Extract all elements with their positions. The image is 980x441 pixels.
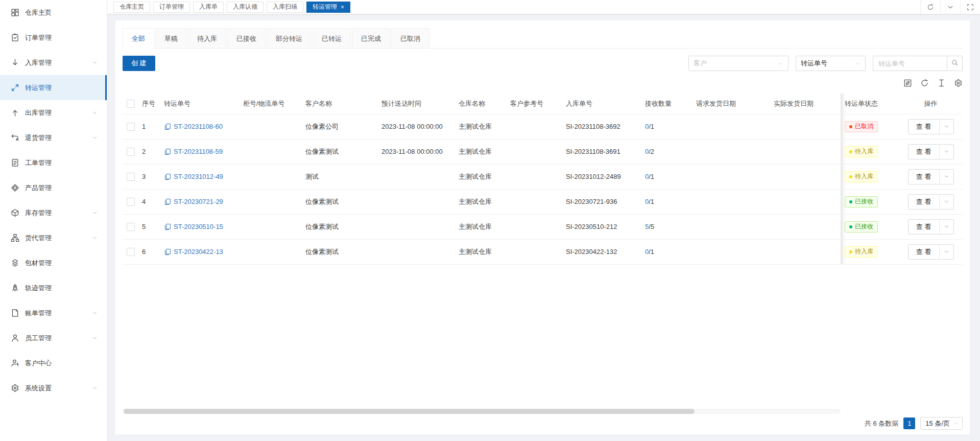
sidebar-item-仓库主页[interactable]: 仓库主页 (0, 0, 107, 25)
sidebar-item-账单管理[interactable]: 账单管理 (0, 300, 107, 326)
row-action-group: 查 看 (903, 244, 959, 260)
status-tab-已取消[interactable]: 已取消 (391, 28, 429, 49)
status-tab-已转运[interactable]: 已转运 (313, 28, 351, 49)
sidebar-item-订单管理[interactable]: 订单管理 (0, 25, 107, 50)
topbar-tab-订单管理[interactable]: 订单管理 (153, 2, 190, 13)
transfer-order-link[interactable]: ST-20231108-60 (164, 123, 235, 130)
status-badge: 待入库 (845, 146, 878, 157)
column-header-eta: 预计送达时间 (377, 94, 455, 114)
status-filter-tabs: 全部草稿待入库已接收部分转运已转运已完成已取消 (123, 28, 963, 49)
row-actions-dropdown-button[interactable] (939, 194, 954, 210)
sidebar-item-客户中心[interactable]: 客户中心 (0, 351, 107, 376)
cell-eta (377, 164, 455, 189)
column-header-warehouse: 仓库名称 (455, 94, 506, 114)
row-checkbox[interactable] (127, 223, 135, 231)
sidebar-item-label: 轨迹管理 (25, 284, 98, 293)
status-tab-已完成[interactable]: 已完成 (352, 28, 390, 49)
horizontal-scrollbar[interactable] (123, 409, 841, 414)
cell-received-qty: 5/5 (641, 214, 692, 239)
sidebar-item-工单管理[interactable]: 工单管理 (0, 150, 107, 175)
status-tab-已接收[interactable]: 已接收 (227, 28, 266, 49)
cell-transfer-no: ST-20231012-49 (160, 164, 239, 189)
refresh-icon[interactable] (920, 79, 929, 87)
transfer-order-link[interactable]: ST-20230422-13 (164, 248, 235, 256)
row-actions-dropdown-button[interactable] (939, 219, 954, 235)
row-checkbox[interactable] (127, 248, 135, 256)
sidebar-item-员工管理[interactable]: 员工管理 (0, 326, 107, 351)
sidebar-item-退货管理[interactable]: 退货管理 (0, 125, 107, 150)
row-checkbox-cell (123, 214, 138, 239)
row-actions-dropdown-button[interactable] (939, 244, 954, 260)
chevron-down-icon (92, 335, 98, 341)
search-button[interactable] (947, 56, 963, 71)
view-button[interactable]: 查 看 (908, 144, 940, 159)
row-actions-dropdown-button[interactable] (939, 144, 954, 159)
transfer-order-link[interactable]: ST-20231108-59 (164, 148, 235, 155)
column-header-container_no: 柜号/物流单号 (239, 94, 301, 114)
content-area: 全部草稿待入库已接收部分转运已转运已完成已取消 创 建 客户 转运单号 (107, 14, 980, 441)
view-button[interactable]: 查 看 (908, 244, 940, 260)
pagination-total: 共 6 条数据 (865, 419, 898, 428)
view-button[interactable]: 查 看 (908, 219, 940, 235)
sidebar-item-产品管理[interactable]: 产品管理 (0, 175, 107, 200)
row-height-icon[interactable] (937, 79, 946, 87)
cell-request-ship-date (692, 139, 770, 164)
sidebar-item-入库管理[interactable]: 入库管理 (0, 50, 107, 75)
topbar-tab-仓库主页[interactable]: 仓库主页 (113, 2, 150, 13)
sidebar-item-label: 订单管理 (25, 33, 98, 42)
create-button[interactable]: 创 建 (123, 56, 155, 71)
row-action-group: 查 看 (903, 119, 959, 134)
tracking-icon (11, 284, 19, 292)
cell-warehouse: 主测试仓库 (455, 214, 506, 239)
copy-icon (164, 148, 171, 155)
refresh-icon[interactable] (920, 0, 940, 14)
topbar-tab-入库单[interactable]: 入库单 (193, 2, 224, 13)
sidebar-item-label: 包材管理 (25, 259, 98, 268)
view-button[interactable]: 查 看 (908, 194, 940, 210)
sidebar-item-包材管理[interactable]: 包材管理 (0, 250, 107, 275)
transfer-order-link[interactable]: ST-20230510-15 (164, 223, 235, 230)
sidebar-item-系统设置[interactable]: 系统设置 (0, 376, 107, 401)
search-field-select[interactable]: 转运单号 (796, 56, 866, 71)
select-all-checkbox[interactable] (127, 100, 135, 108)
page-size-select[interactable]: 15 条/页 (920, 417, 963, 430)
status-tab-草稿[interactable]: 草稿 (155, 28, 187, 49)
row-actions-dropdown-button[interactable] (939, 119, 954, 134)
transfer-order-link[interactable]: ST-20230721-29 (164, 198, 235, 205)
status-tab-全部[interactable]: 全部 (123, 28, 154, 49)
status-tab-部分转运[interactable]: 部分转运 (267, 28, 312, 49)
row-checkbox[interactable] (127, 173, 135, 181)
search-input[interactable] (873, 56, 947, 71)
sidebar-item-出库管理[interactable]: 出库管理 (0, 100, 107, 125)
horizontal-scrollbar-thumb[interactable] (124, 409, 695, 414)
row-actions-dropdown-button[interactable] (939, 169, 954, 184)
sidebar-item-轨迹管理[interactable]: 轨迹管理 (0, 275, 107, 300)
cell-customer-ref (506, 114, 562, 139)
settings-icon[interactable] (954, 79, 963, 87)
cell-customer-name: 位像素测试 (301, 139, 377, 164)
close-tab-icon[interactable]: × (341, 4, 344, 10)
chevron-down-icon (92, 310, 98, 316)
row-checkbox[interactable] (127, 148, 135, 156)
status-label: 已取消 (855, 122, 873, 131)
cell-actions: 查 看 (899, 189, 963, 214)
topbar-tab-入库认领[interactable]: 入库认领 (227, 2, 264, 13)
view-button[interactable]: 查 看 (908, 119, 940, 134)
row-checkbox[interactable] (127, 123, 135, 131)
sidebar-item-转运管理[interactable]: 转运管理 (0, 75, 107, 100)
chevron-down-icon[interactable] (940, 0, 960, 14)
topbar-tab-入库扫描[interactable]: 入库扫描 (267, 2, 303, 13)
density-icon[interactable] (903, 79, 912, 87)
transfer-order-link[interactable]: ST-20231012-49 (164, 173, 235, 180)
view-button[interactable]: 查 看 (908, 169, 940, 184)
sidebar-item-库存管理[interactable]: 库存管理 (0, 200, 107, 225)
cell-customer-ref (506, 239, 562, 264)
fullscreen-icon[interactable] (960, 0, 980, 14)
row-checkbox[interactable] (127, 198, 135, 206)
status-tab-待入库[interactable]: 待入库 (188, 28, 226, 49)
customer-select[interactable]: 客户 (688, 56, 788, 71)
status-label: 待入库 (855, 247, 873, 256)
sidebar-item-货代管理[interactable]: 货代管理 (0, 225, 107, 250)
topbar-tab-转运管理[interactable]: 转运管理× (306, 2, 350, 13)
pagination-page-1[interactable]: 1 (903, 417, 915, 429)
